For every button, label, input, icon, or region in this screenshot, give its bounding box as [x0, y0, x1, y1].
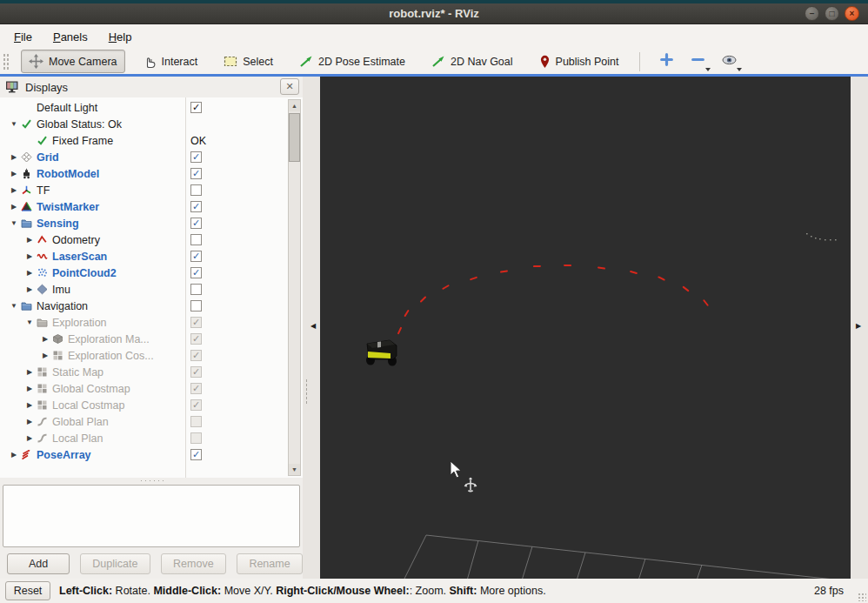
expander-icon[interactable]: ▶ [7, 153, 21, 161]
expander-icon[interactable]: ▼ [7, 219, 21, 227]
left-panel-splitter[interactable]: ◀ [303, 77, 320, 579]
remove-button[interactable]: Remove [161, 553, 226, 574]
tool-2d-pose-estimate[interactable]: 2D Pose Estimate [291, 50, 413, 72]
display-row[interactable]: ▶PointCloud2 [0, 265, 287, 281]
expander-icon[interactable]: ▶ [23, 434, 37, 442]
display-row[interactable]: ▼Global Status: Ok [0, 116, 287, 132]
3d-viewport[interactable] [320, 77, 851, 579]
expander-icon[interactable]: ▶ [7, 451, 21, 459]
enabled-checkbox[interactable]: ✓ [190, 168, 202, 179]
enabled-checkbox[interactable]: ✓ [190, 151, 202, 163]
rviz-window: robot.rviz* - RViz –□× FilePanelsHelp Mo… [0, 0, 868, 603]
display-row[interactable]: ▶Local Costmap [0, 397, 287, 413]
display-row[interactable]: ▶RobotModel [0, 165, 287, 182]
tree-scrollbar[interactable]: ▲ ▼ [288, 99, 301, 476]
display-row[interactable]: ▶Imu [0, 281, 287, 298]
expander-icon[interactable]: ▶ [7, 170, 21, 178]
display-row[interactable]: ▶PoseArray [0, 446, 287, 463]
enabled-checkbox[interactable]: ✓ [190, 399, 202, 411]
scroll-down-icon[interactable]: ▼ [289, 464, 300, 475]
expand-right-arrow-icon[interactable]: ▶ [856, 322, 861, 330]
enabled-checkbox[interactable]: ✓ [190, 449, 202, 460]
toolbar-drag-handle[interactable] [2, 52, 10, 71]
display-row[interactable]: ▶LaserScan [0, 248, 287, 265]
expander-icon[interactable]: ▶ [23, 252, 37, 260]
display-row[interactable]: ▶Exploration Cos... [0, 347, 287, 364]
display-row[interactable]: ▶Grid [0, 149, 287, 165]
enabled-checkbox[interactable]: ✓ [190, 218, 202, 229]
duplicate-button[interactable]: Duplicate [80, 553, 150, 574]
display-row[interactable]: ▶TwistMarker [0, 198, 287, 215]
expander-icon[interactable]: ▼ [7, 120, 21, 128]
displays-panel-header[interactable]: Displays ✕ [0, 77, 303, 97]
menu-panels[interactable]: Panels [53, 30, 88, 44]
tool-2d-nav-goal[interactable]: 2D Nav Goal [424, 50, 521, 72]
scrollbar-thumb[interactable] [289, 113, 300, 162]
display-row[interactable]: ▶TF [0, 182, 287, 198]
enabled-checkbox[interactable]: ✓ [190, 317, 202, 328]
expander-icon[interactable]: ▶ [7, 203, 21, 211]
collapse-left-arrow-icon[interactable]: ◀ [310, 322, 316, 330]
scroll-up-icon[interactable]: ▲ [289, 100, 300, 111]
display-row[interactable]: ▶Global Costmap [0, 380, 287, 397]
right-panel-splitter[interactable]: ▶ [851, 77, 868, 579]
display-row[interactable]: Default Light [0, 99, 287, 116]
menu-help[interactable]: Help [109, 30, 132, 44]
add-tool-button[interactable] [654, 51, 680, 72]
enabled-checkbox[interactable]: ✓ [190, 267, 202, 278]
expander-icon[interactable]: ▼ [23, 318, 37, 326]
display-row[interactable]: ▶Odometry [0, 231, 287, 248]
display-row[interactable]: ▶Global Plan [0, 413, 287, 430]
remove-tool-button[interactable] [685, 51, 711, 72]
expander-icon[interactable]: ▶ [38, 335, 52, 343]
expander-icon[interactable]: ▶ [23, 285, 37, 293]
menu-file[interactable]: File [14, 30, 32, 44]
enabled-checkbox[interactable]: ✓ [190, 333, 202, 345]
expander-icon[interactable]: ▶ [23, 269, 37, 277]
enabled-checkbox[interactable]: ✓ [190, 366, 202, 378]
add-button[interactable]: Add [7, 553, 70, 574]
minimize-button[interactable]: – [805, 6, 819, 21]
expander-icon[interactable]: ▶ [23, 236, 37, 244]
display-row[interactable]: ▼Sensing [0, 215, 287, 231]
enabled-checkbox[interactable] [190, 432, 202, 444]
display-row[interactable]: ▶Exploration Ma... [0, 331, 287, 347]
display-row[interactable]: ▼Exploration [0, 314, 287, 331]
tool-publish-point[interactable]: Publish Point [531, 50, 627, 73]
visibility-button[interactable] [717, 51, 743, 72]
display-row[interactable]: ▼Navigation [0, 298, 287, 314]
tool-move-camera[interactable]: Move Camera [21, 50, 125, 73]
enabled-checkbox[interactable] [190, 184, 202, 196]
expander-icon[interactable]: ▶ [7, 186, 21, 194]
display-row[interactable]: ▶Static Map [0, 364, 287, 380]
enabled-checkbox[interactable] [190, 300, 202, 312]
enabled-checkbox[interactable]: ✓ [190, 350, 202, 361]
enabled-checkbox[interactable]: ✓ [190, 383, 202, 394]
display-row[interactable]: ▶Local Plan [0, 430, 287, 446]
expander-icon[interactable]: ▼ [7, 302, 21, 310]
splitter-grip-icon [305, 379, 308, 405]
tool-select[interactable]: Select [216, 50, 281, 72]
expander-icon[interactable]: ▶ [38, 352, 52, 359]
resize-grip-icon[interactable] [858, 593, 866, 601]
enabled-checkbox[interactable]: ✓ [190, 251, 202, 262]
reset-button[interactable]: Reset [5, 581, 50, 600]
expander-icon[interactable]: ▶ [23, 418, 37, 425]
enabled-checkbox[interactable] [190, 416, 202, 427]
expander-icon[interactable]: ▶ [23, 368, 37, 376]
enabled-checkbox[interactable]: ✓ [190, 201, 202, 212]
display-row[interactable]: Fixed Frame [0, 132, 287, 149]
displays-close-button[interactable]: ✕ [280, 78, 299, 95]
tree-description-splitter[interactable] [0, 478, 303, 484]
tool-interact[interactable]: Interact [136, 50, 206, 73]
rename-button[interactable]: Rename [237, 553, 303, 574]
enabled-checkbox[interactable] [190, 284, 202, 295]
titlebar[interactable]: robot.rviz* - RViz –□× [0, 3, 868, 24]
expander-icon[interactable]: ▶ [23, 401, 37, 409]
displays-panel: Displays ✕ Default Light✓▼Global Status:… [0, 77, 303, 579]
maximize-button[interactable]: □ [825, 6, 839, 21]
enabled-checkbox[interactable]: ✓ [190, 102, 202, 113]
expander-icon[interactable]: ▶ [23, 385, 37, 392]
close-button[interactable]: × [845, 6, 859, 21]
enabled-checkbox[interactable] [190, 234, 202, 245]
